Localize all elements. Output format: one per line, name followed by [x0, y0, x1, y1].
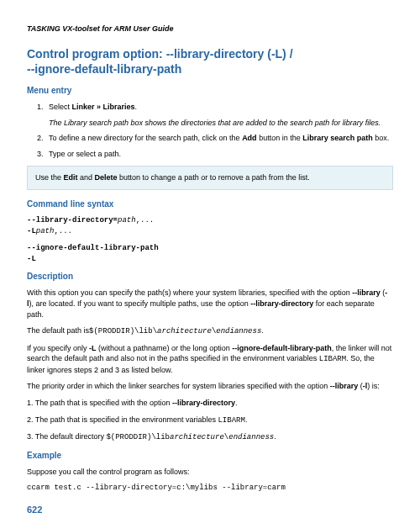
desc-p3-a: If you specify only — [27, 344, 89, 352]
step2-d: Library search path — [302, 134, 373, 142]
menu-steps-cont: To define a new directory for the search… — [27, 133, 393, 159]
cli2-a: -L — [27, 227, 36, 235]
priority-3: 3. The default directory $(PRODDIR)\liba… — [27, 431, 393, 443]
pri3-c: architecture — [170, 433, 224, 441]
desc-p4-b: --library — [330, 382, 359, 390]
desc-p2-e: endianness — [216, 327, 261, 336]
infobox-e: button to change a path or to remove a p… — [118, 173, 310, 182]
page-number: 622 — [27, 504, 393, 516]
step1-post: . — [135, 103, 138, 111]
infobox-a: Use the — [35, 173, 64, 182]
pri3-f: . — [274, 432, 276, 441]
cli-block-2: --ignore-default-library-path -L — [27, 243, 393, 264]
description-heading: Description — [27, 271, 393, 283]
menu-steps: Select Linker » Libraries. — [27, 102, 393, 113]
cli4: -L — [27, 255, 36, 263]
menu-entry-heading: Menu entry — [27, 85, 393, 97]
desc-p2-c: architecture — [157, 327, 212, 336]
doc-header: TASKING VX-toolset for ARM User Guide — [27, 24, 393, 34]
pri2-c: . — [245, 415, 248, 424]
pri3-e: endianness — [228, 433, 274, 441]
desc-p4: The priority order in which the linker s… — [27, 381, 393, 392]
desc-p3-c: (without a pathname) or the long option — [97, 344, 233, 352]
desc-p2-b: $(PRODDIR)\lib\ — [89, 327, 157, 336]
page-title: Control program option: --library-direct… — [27, 46, 393, 77]
pri1-c: . — [235, 399, 238, 407]
desc-p3-f: LIBARM — [319, 355, 346, 363]
infobox-c: and — [78, 173, 95, 182]
title-line1: Control program option: --library-direct… — [27, 47, 293, 61]
priority-2: 2. The path that is specified in the env… — [27, 415, 393, 426]
desc-p2: The default path is$(PRODDIR)\lib\archit… — [27, 325, 393, 337]
example-text: Suppose you call the control program as … — [27, 467, 393, 478]
priority-1: 1. The path that is specified with the o… — [27, 398, 393, 409]
step2-a: To define a new directory for the search… — [49, 134, 242, 142]
step2-e: box. — [373, 134, 390, 142]
desc-p1-f: --library-directory — [250, 299, 313, 308]
pri3-b: $(PRODDIR)\lib — [106, 433, 170, 441]
cli1-b: path — [118, 216, 136, 225]
infobox-b: Edit — [64, 173, 78, 182]
cli2-b: path — [36, 227, 55, 235]
desc-p1: With this option you can specify the pat… — [27, 288, 393, 320]
cli3: --ignore-default-library-path — [27, 244, 159, 252]
desc-p3-b: -L — [89, 344, 97, 352]
desc-p2-a: The default path is — [27, 326, 89, 335]
title-line2: --ignore-default-library-path — [27, 62, 181, 76]
desc-p1-b: --library — [352, 288, 381, 297]
infobox-d: Delete — [95, 173, 118, 182]
step1-bold: Linker » Libraries — [72, 103, 135, 111]
pri1-a: 1. The path that is specified with the o… — [27, 399, 172, 407]
desc-p4-a: The priority order in which the linker s… — [27, 382, 330, 390]
desc-p2-f: . — [261, 326, 264, 335]
desc-p3-d: --ignore-default-library-path — [232, 344, 332, 352]
desc-p4-e: ) is: — [367, 382, 380, 390]
desc-p3: If you specify only -L (without a pathna… — [27, 343, 393, 376]
pri2-b: LIBARM — [218, 416, 244, 425]
cli-block-1: --library-directory=path,... -Lpath,... — [27, 215, 393, 236]
example-heading: Example — [27, 450, 393, 462]
pri2-a: 2. The path that is specified in the env… — [27, 415, 218, 424]
cli2-c: ,... — [54, 227, 72, 235]
cli-syntax-heading: Command line syntax — [27, 198, 393, 210]
step-1: Select Linker » Libraries. — [45, 102, 393, 113]
example-code: ccarm test.c --library-directory=c:\myli… — [27, 483, 393, 494]
pri1-b: --library-directory — [172, 399, 235, 407]
step-3: Type or select a path. — [45, 149, 393, 160]
cli1-a: --library-directory= — [27, 216, 118, 225]
pri3-a: 3. The default directory — [27, 432, 106, 441]
step2-c: button in the — [257, 134, 303, 142]
info-box: Use the Edit and Delete button to change… — [27, 166, 393, 190]
step1-note: The Library search path box shows the di… — [49, 118, 393, 129]
step1-pre: Select — [49, 103, 72, 111]
step-2: To define a new directory for the search… — [45, 133, 393, 144]
desc-p1-a: With this option you can specify the pat… — [27, 288, 352, 297]
desc-p1-e: ), are located. If you want to specify m… — [29, 299, 251, 308]
cli1-c: ,... — [136, 216, 155, 225]
step2-b: Add — [242, 134, 257, 142]
